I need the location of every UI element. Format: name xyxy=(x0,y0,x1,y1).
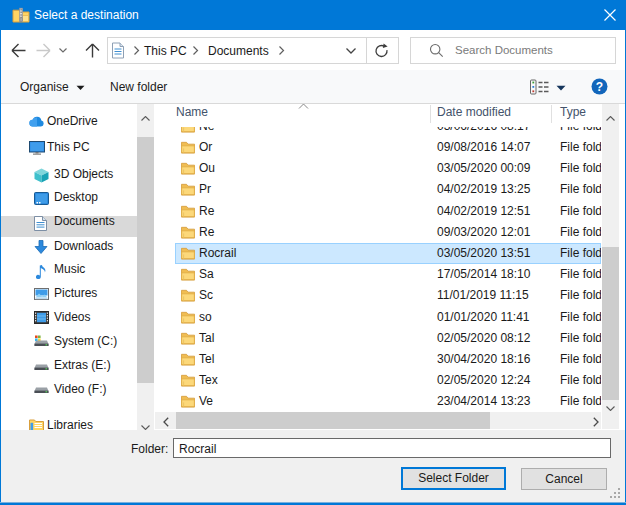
svg-text:?: ? xyxy=(596,80,603,94)
